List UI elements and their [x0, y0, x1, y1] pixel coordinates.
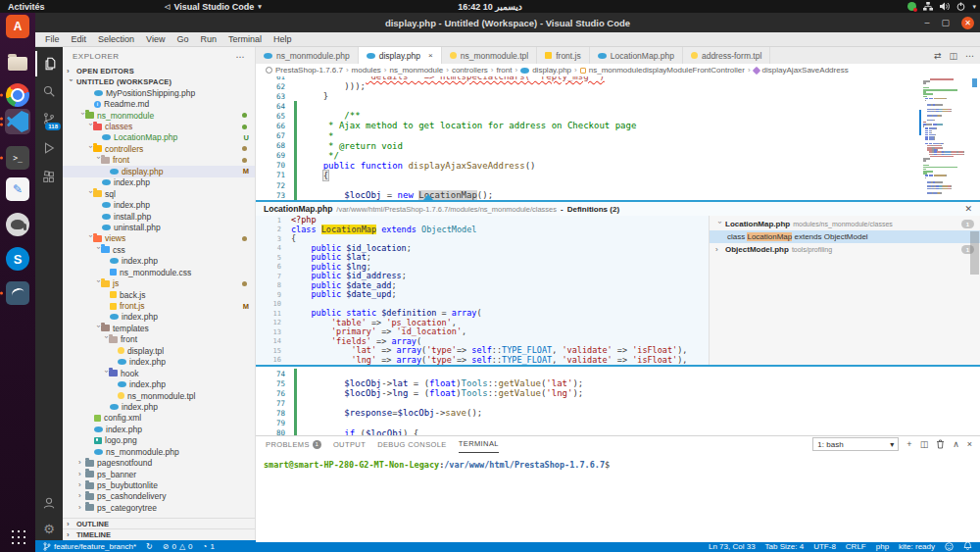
- dock-ubuntu-software[interactable]: A: [5, 14, 30, 39]
- kite-status[interactable]: kite: ready: [899, 542, 935, 551]
- breadcrumb-item[interactable]: ns_monmodule: [390, 66, 444, 75]
- close-panel-icon[interactable]: ×: [967, 440, 972, 449]
- menu-edit[interactable]: Edit: [66, 34, 93, 44]
- app-indicator-green-icon[interactable]: [907, 2, 916, 11]
- maximize-button[interactable]: ▢: [941, 18, 950, 27]
- tree-item-MyPositionShipping.php[interactable]: MyPositionShipping.php: [63, 87, 255, 98]
- clock[interactable]: 16:42 ديسمبر 10: [458, 2, 521, 12]
- tree-item-index.php[interactable]: index.php: [63, 177, 255, 188]
- tab-size-indicator[interactable]: Tab Size: 4: [765, 542, 805, 551]
- tree-item-templates[interactable]: ›templates: [63, 323, 255, 333]
- tree-item-logo.png[interactable]: logo.png: [63, 435, 255, 446]
- line-col-indicator[interactable]: Ln 73, Col 33: [709, 542, 756, 551]
- tree-item-index.php[interactable]: index.php: [63, 357, 255, 368]
- dock-mysql-workbench[interactable]: [5, 280, 30, 306]
- info-indicator[interactable]: ◔1: [203, 542, 215, 551]
- feedback-smiley-icon[interactable]: [945, 542, 954, 551]
- tree-item-views[interactable]: ›views: [63, 233, 255, 244]
- panel-tab-output[interactable]: OUTPUT: [333, 436, 366, 452]
- menu-go[interactable]: Go: [171, 34, 194, 44]
- tab-address-form.tpl[interactable]: address-form.tpl: [683, 47, 770, 64]
- code-editor-bottom[interactable]: 7475 $locObj->lat = (float)Tools::getVal…: [256, 367, 980, 435]
- tree-item-uninstall.php[interactable]: uninstall.php: [63, 222, 255, 232]
- code-line-72[interactable]: 72: [256, 180, 980, 190]
- code-line-9[interactable]: 9 public $date_upd;: [256, 290, 709, 300]
- tree-item-ps_cashondelivery[interactable]: ›ps_cashondelivery: [63, 491, 255, 502]
- tree-item-Readme.md[interactable]: iReadme.md: [63, 98, 255, 109]
- tree-item-ns_monmodule.php[interactable]: ns_monmodule.php: [63, 446, 255, 457]
- code-line-2[interactable]: 2class LocationMap extends ObjectModel: [256, 226, 709, 235]
- kill-terminal-icon[interactable]: [936, 439, 945, 449]
- split-terminal-icon[interactable]: ◫: [920, 440, 929, 449]
- eol-indicator[interactable]: CRLF: [846, 542, 866, 551]
- notifications-bell-icon[interactable]: [963, 541, 972, 551]
- split-editor-icon[interactable]: ◫: [949, 51, 957, 61]
- tree-item-css[interactable]: ›css: [63, 244, 255, 255]
- breadcrumb-item[interactable]: PrestaShop-1.7.6.7: [275, 66, 343, 75]
- code-line-78[interactable]: 78 $response=$locObj->save();: [256, 408, 980, 418]
- source-control-icon[interactable]: 118: [35, 106, 63, 131]
- menu-terminal[interactable]: Terminal: [222, 34, 268, 44]
- tree-item-install.php[interactable]: install.php: [63, 211, 255, 222]
- tree-item-index.php[interactable]: index.php: [63, 401, 255, 412]
- code-line-64[interactable]: 64: [256, 101, 980, 111]
- panel-tab-debug-console[interactable]: DEBUG CONSOLE: [377, 436, 447, 452]
- tree-item-ns_monmodule.css[interactable]: ns_monmodule.css: [63, 267, 255, 277]
- code-line-66[interactable]: 66 * Ajax method to get location for add…: [256, 121, 980, 130]
- tree-item-index.php[interactable]: index.php: [63, 256, 255, 267]
- peek-result-file[interactable]: ›LocationMap.phpmodules/ns_monmodule/cla…: [710, 218, 980, 230]
- menu-help[interactable]: Help: [268, 34, 298, 44]
- close-icon[interactable]: ×: [428, 51, 433, 60]
- menu-view[interactable]: View: [140, 34, 171, 44]
- minimize-button[interactable]: –: [924, 18, 929, 27]
- tree-item-controllers[interactable]: ›controllers: [63, 143, 255, 154]
- sync-button[interactable]: ↻: [146, 542, 153, 551]
- code-line-73[interactable]: 73 $locObj = new LocationMap();: [256, 190, 980, 200]
- menu-selection[interactable]: Selection: [92, 34, 140, 44]
- system-tray[interactable]: ▾: [907, 2, 976, 11]
- app-menu[interactable]: ◁ Visual Studio Code ▾: [165, 2, 262, 12]
- tree-item-display.tpl[interactable]: display.tpl: [63, 345, 255, 356]
- settings-gear-icon[interactable]: ⚙: [35, 516, 63, 541]
- dock-text-editor[interactable]: ✎: [5, 176, 30, 202]
- dock-chrome[interactable]: [5, 82, 30, 108]
- menu-file[interactable]: File: [39, 34, 66, 44]
- search-icon[interactable]: [35, 78, 63, 104]
- tree-item-index.php[interactable]: index.php: [63, 378, 255, 389]
- tree-item-ps_buybuttonlite[interactable]: ›ps_buybuttonlite: [63, 479, 255, 490]
- terminal[interactable]: smart@smart-HP-280-G2-MT-Non-Legacy:/var…: [256, 452, 980, 542]
- tree-item-ns_monmodule.tpl[interactable]: ns_monmodule.tpl: [63, 390, 255, 401]
- panel-tab-problems[interactable]: PROBLEMS1: [266, 436, 321, 452]
- tab-front.js[interactable]: front.js: [537, 47, 590, 64]
- tree-item-index.php[interactable]: index.php: [63, 312, 255, 323]
- tree-item-back.js[interactable]: back.js: [63, 289, 255, 300]
- more-actions-icon[interactable]: ⋯: [965, 51, 974, 61]
- panel-tab-terminal[interactable]: TERMINAL: [459, 436, 499, 453]
- section-workspace[interactable]: › UNTITLED (WORKSPACE): [63, 76, 255, 87]
- window-titlebar[interactable]: display.php - Untitled (Workspace) - Vis…: [35, 13, 980, 32]
- code-line-62[interactable]: 62 )));: [256, 81, 980, 91]
- breadcrumb-item[interactable]: ns_monmoduledisplayModuleFrontController: [589, 66, 745, 75]
- power-icon[interactable]: [956, 2, 965, 11]
- dock-skype[interactable]: S: [5, 246, 30, 272]
- encoding-indicator[interactable]: UTF-8: [813, 542, 836, 551]
- scrollbar-thumb[interactable]: [970, 231, 979, 275]
- code-editor-top[interactable]: 61 'details' => htmlspecialchars( 'reply…: [256, 76, 980, 200]
- code-line-69[interactable]: 69 */: [256, 151, 980, 161]
- shell-select[interactable]: 1: bash ▾: [812, 437, 899, 451]
- breadcrumb-item[interactable]: modules: [352, 66, 381, 75]
- peek-result-file[interactable]: ›ObjectModel.phptools/profiling1: [710, 243, 980, 256]
- tree-item-display.php[interactable]: display.phpM: [63, 166, 255, 176]
- show-applications-button[interactable]: [9, 527, 25, 544]
- code-line-16[interactable]: 16 'lng' => array('type'=> self::TYPE_FL…: [256, 356, 709, 366]
- code-line-63[interactable]: 63 }: [256, 91, 980, 101]
- extensions-icon[interactable]: [35, 165, 63, 190]
- run-debug-icon[interactable]: [35, 135, 63, 161]
- dock-files[interactable]: [5, 51, 30, 76]
- tab-ns_monmodule.tpl[interactable]: ns_monmodule.tpl: [442, 47, 537, 64]
- new-terminal-icon[interactable]: +: [906, 440, 911, 449]
- open-changes-icon[interactable]: ⇄: [934, 51, 942, 61]
- tree-item-js[interactable]: ›js: [63, 277, 255, 288]
- code-line-79[interactable]: 79: [256, 418, 980, 427]
- tab-display.php[interactable]: display.php×: [359, 47, 442, 64]
